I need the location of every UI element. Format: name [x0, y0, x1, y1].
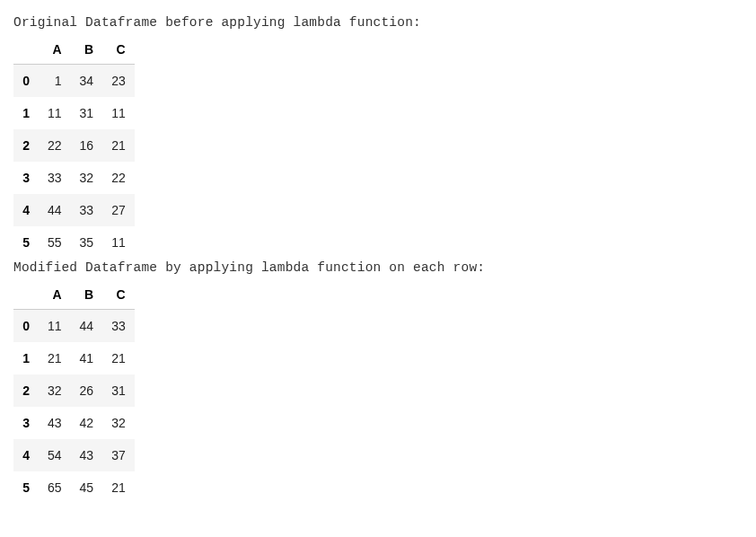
- table-row: 3 43 42 32: [13, 407, 135, 439]
- table-row: 5 55 35 11: [13, 226, 135, 259]
- cell: 65: [39, 471, 71, 504]
- row-index: 4: [13, 194, 39, 226]
- cell: 31: [71, 97, 103, 129]
- cell: 33: [71, 194, 103, 226]
- cell: 34: [71, 65, 103, 98]
- row-index: 3: [13, 407, 39, 439]
- cell: 22: [39, 129, 71, 162]
- cell: 32: [102, 407, 135, 439]
- col-header: B: [71, 278, 103, 310]
- row-index: 1: [13, 97, 39, 129]
- caption-original: Original Dataframe before applying lambd…: [13, 15, 743, 30]
- cell: 33: [102, 310, 135, 343]
- cell: 43: [71, 439, 103, 471]
- cell: 44: [71, 310, 103, 343]
- col-header: B: [71, 33, 103, 65]
- caption-modified: Modified Dataframe by applying lambda fu…: [13, 260, 743, 275]
- table-row: 5 65 45 21: [13, 471, 135, 504]
- cell: 1: [39, 65, 71, 98]
- cell: 11: [102, 226, 135, 259]
- cell: 26: [71, 374, 103, 407]
- cell: 11: [102, 97, 135, 129]
- cell: 16: [71, 129, 103, 162]
- table-row: 4 54 43 37: [13, 439, 135, 471]
- cell: 31: [102, 374, 135, 407]
- col-header: A: [39, 33, 71, 65]
- row-index: 4: [13, 439, 39, 471]
- cell: 32: [39, 374, 71, 407]
- row-index: 2: [13, 374, 39, 407]
- table-corner: [13, 33, 39, 65]
- col-header: C: [102, 278, 135, 310]
- cell: 21: [102, 471, 135, 504]
- cell: 32: [71, 162, 103, 194]
- cell: 41: [71, 342, 103, 374]
- table-original: A B C 0 1 34 23 1 11 31 11 2 22 16 21 3 …: [13, 33, 135, 259]
- table-row: 0 1 34 23: [13, 65, 135, 98]
- cell: 54: [39, 439, 71, 471]
- table-row: 2 22 16 21: [13, 129, 135, 162]
- table-row: 1 21 41 21: [13, 342, 135, 374]
- cell: 55: [39, 226, 71, 259]
- table-row: 2 32 26 31: [13, 374, 135, 407]
- cell: 45: [71, 471, 103, 504]
- col-header: A: [39, 278, 71, 310]
- col-header: C: [102, 33, 135, 65]
- table-corner: [13, 278, 39, 310]
- cell: 42: [71, 407, 103, 439]
- table-row: 0 11 44 33: [13, 310, 135, 343]
- cell: 37: [102, 439, 135, 471]
- row-index: 0: [13, 65, 39, 98]
- table-row: 1 11 31 11: [13, 97, 135, 129]
- cell: 43: [39, 407, 71, 439]
- row-index: 1: [13, 342, 39, 374]
- cell: 21: [39, 342, 71, 374]
- cell: 35: [71, 226, 103, 259]
- table-row: 3 33 32 22: [13, 162, 135, 194]
- cell: 23: [102, 65, 135, 98]
- cell: 21: [102, 129, 135, 162]
- table-row: 4 44 33 27: [13, 194, 135, 226]
- row-index: 2: [13, 129, 39, 162]
- row-index: 0: [13, 310, 39, 343]
- cell: 44: [39, 194, 71, 226]
- cell: 22: [102, 162, 135, 194]
- row-index: 5: [13, 471, 39, 504]
- cell: 11: [39, 97, 71, 129]
- cell: 11: [39, 310, 71, 343]
- cell: 33: [39, 162, 71, 194]
- cell: 27: [102, 194, 135, 226]
- row-index: 5: [13, 226, 39, 259]
- row-index: 3: [13, 162, 39, 194]
- table-modified: A B C 0 11 44 33 1 21 41 21 2 32 26 31 3…: [13, 278, 135, 504]
- cell: 21: [102, 342, 135, 374]
